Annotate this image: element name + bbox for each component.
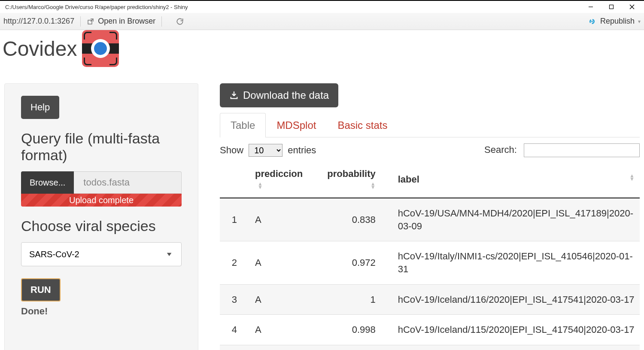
species-title: Choose viral species (21, 218, 182, 234)
app-toolbar: http://127.0.0.1:3267 Open in Browser Re… (0, 13, 644, 30)
tab-table[interactable]: Table (220, 113, 266, 137)
species-select[interactable]: SARS-CoV-2 (21, 242, 182, 266)
window-minimize-button[interactable] (580, 1, 601, 13)
tab-basic-stats[interactable]: Basic stats (327, 113, 398, 137)
cell-pred: A (250, 345, 315, 350)
open-in-browser-button[interactable]: Open in Browser (87, 17, 155, 26)
col-probability[interactable]: probability ▲▼ (315, 162, 393, 198)
col-index[interactable] (220, 162, 250, 198)
browse-button[interactable]: Browse... (21, 171, 74, 194)
cell-index: 4 (220, 315, 250, 345)
col-prediccion[interactable]: prediccion ▲▼ (250, 162, 315, 198)
cell-pred: A (250, 284, 315, 315)
show-entries: Show 10 entries (220, 144, 316, 157)
app-logo (82, 30, 119, 67)
window-title: C:/Users/Marco/Google Drive/curso R/ape/… (3, 4, 580, 10)
table-row[interactable]: 3A1hCoV-19/Iceland/116/2020|EPI_ISL_4175… (220, 284, 640, 315)
search-input[interactable] (524, 143, 640, 157)
search-box: Search: (484, 143, 640, 157)
cell-pred: A (250, 198, 315, 241)
svg-point-7 (591, 21, 593, 22)
show-label-pre: Show (220, 145, 243, 155)
tab-mdsplot[interactable]: MDSplot (266, 113, 327, 137)
cell-index: 3 (220, 284, 250, 315)
file-input-row: Browse... todos.fasta (21, 171, 182, 194)
cell-label: hCoV-19/Italy/INMI1-cs/2020|EPI_ISL_4105… (393, 241, 640, 284)
window-close-button[interactable] (622, 1, 642, 13)
cell-label: hCoV-19/Iceland/120/2020|EPI_ISL_417545|… (393, 345, 640, 350)
entries-select[interactable]: 10 (249, 144, 283, 157)
col-label[interactable]: label ▲▼ (393, 162, 640, 198)
window-maximize-button[interactable] (601, 1, 622, 13)
sort-icon: ▲▼ (258, 182, 263, 189)
show-label-post: entries (288, 145, 316, 155)
done-status: Done! (21, 306, 182, 317)
url-text: http://127.0.0.1:3267 (3, 17, 74, 26)
cell-prob: 0.838 (315, 198, 393, 241)
app-body: Help Query file (multi-fasta format) Bro… (0, 75, 644, 350)
cell-pred: A (250, 241, 315, 284)
sort-icon: ▲▼ (629, 174, 635, 181)
cell-index: 5 (220, 345, 250, 350)
window-titlebar: C:/Users/Marco/Google Drive/curso R/ape/… (0, 0, 644, 13)
cell-label: hCoV-19/Iceland/116/2020|EPI_ISL_417541|… (393, 284, 640, 315)
download-button[interactable]: Download the data (220, 83, 338, 107)
cell-prob (315, 345, 393, 350)
table-row[interactable]: 5AhCoV-19/Iceland/120/2020|EPI_ISL_41754… (220, 345, 640, 350)
republish-button[interactable]: Republish ▾ (587, 17, 641, 26)
cell-label: hCoV-19/Iceland/115/2020|EPI_ISL_417540|… (393, 315, 640, 345)
sort-icon: ▲▼ (371, 182, 376, 189)
file-name-display: todos.fasta (74, 171, 182, 194)
republish-label: Republish (600, 17, 635, 26)
cell-index: 2 (220, 241, 250, 284)
app-title: Covidex (3, 37, 77, 61)
cell-label: hCoV-19/USA/MN4-MDH4/2020|EPI_ISL_417189… (393, 198, 640, 241)
download-label: Download the data (243, 89, 329, 101)
results-table: prediccion ▲▼ probability ▲▼ label ▲▼ 1A… (220, 162, 640, 350)
run-button[interactable]: RUN (21, 278, 61, 301)
cell-index: 1 (220, 198, 250, 241)
chevron-down-icon: ▾ (638, 18, 641, 24)
query-file-title: Query file (multi-fasta format) (21, 130, 182, 164)
main-panel: Download the data Table MDSplot Basic st… (220, 83, 640, 350)
open-in-browser-label: Open in Browser (98, 17, 155, 26)
species-select-wrap: SARS-CoV-2 (21, 242, 182, 266)
help-button[interactable]: Help (21, 96, 59, 119)
virus-icon (94, 42, 107, 55)
sidebar-panel: Help Query file (multi-fasta format) Bro… (4, 83, 198, 350)
search-label: Search: (484, 144, 517, 155)
download-icon (229, 91, 239, 100)
table-controls: Show 10 entries Search: (220, 143, 640, 157)
republish-icon (587, 17, 597, 26)
app-header: Covidex (0, 30, 644, 75)
cell-prob: 0.972 (315, 241, 393, 284)
refresh-icon[interactable] (176, 17, 184, 26)
cell-prob: 0.998 (315, 315, 393, 345)
table-row[interactable]: 2A0.972hCoV-19/Italy/INMI1-cs/2020|EPI_I… (220, 241, 640, 284)
table-row[interactable]: 4A0.998hCoV-19/Iceland/115/2020|EPI_ISL_… (220, 315, 640, 345)
tabs: Table MDSplot Basic stats (220, 113, 640, 137)
window-controls (580, 1, 642, 13)
cell-prob: 1 (315, 284, 393, 315)
upload-progress-bar: Upload complete (21, 194, 182, 207)
cell-pred: A (250, 315, 315, 345)
table-row[interactable]: 1A0.838hCoV-19/USA/MN4-MDH4/2020|EPI_ISL… (220, 198, 640, 241)
svg-rect-1 (610, 5, 614, 9)
popout-icon (87, 18, 94, 25)
